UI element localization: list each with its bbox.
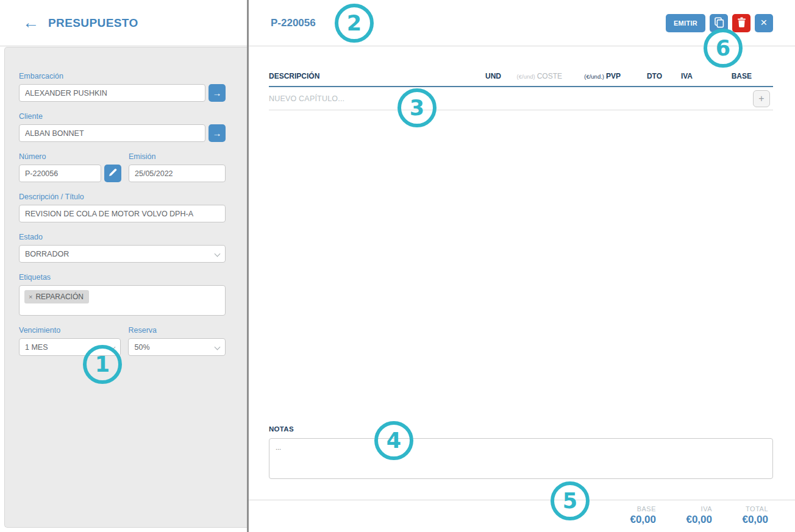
total-total-label: TOTAL — [730, 505, 768, 512]
field-embarcacion: Embarcación → — [19, 72, 226, 102]
presupuesto-editor: ← PRESUPUESTO Embarcación → Cliente → — [0, 0, 795, 532]
close-icon: × — [760, 16, 767, 28]
col-iva: IVA — [662, 72, 693, 80]
copy-icon — [714, 17, 724, 29]
goto-embarcacion-button[interactable]: → — [209, 84, 226, 102]
col-pvp: (€/und.)PVP — [562, 72, 621, 80]
etiquetas-input[interactable]: × REPARACIÓN — [19, 285, 226, 316]
estado-value: BORRADOR — [25, 250, 69, 258]
emitir-button[interactable]: EMITIR — [666, 14, 705, 32]
col-base: BASE — [693, 72, 752, 80]
main-panel: P-220056 EMITIR × — [249, 0, 795, 532]
vencimiento-select[interactable]: 1 MES — [19, 338, 121, 356]
emision-input[interactable] — [129, 165, 226, 182]
sidebar-header: ← PRESUPUESTO — [0, 0, 247, 46]
field-etiquetas: Etiquetas × REPARACIÓN — [19, 273, 226, 316]
pencil-icon — [109, 168, 117, 179]
emision-label: Emisión — [129, 152, 226, 161]
totals-bar: BASE €0,00 IVA €0,00 TOTAL €0,00 — [249, 500, 795, 532]
cliente-input[interactable] — [19, 124, 205, 142]
lines-table-header: DESCRIPCIÓN UND (€/und)COSTE (€/und.)PVP… — [269, 72, 773, 87]
total-base-value: €0,00 — [618, 514, 656, 526]
delete-button[interactable] — [732, 14, 750, 32]
budget-form-panel: Embarcación → Cliente → — [4, 47, 247, 528]
main-header: P-220056 EMITIR × — [249, 0, 795, 46]
descripcion-input[interactable] — [19, 205, 226, 222]
empty-lines-area — [269, 110, 773, 425]
new-chapter-input[interactable]: NUEVO CAPÍTULO... — [269, 94, 344, 103]
arrow-right-icon: → — [213, 128, 222, 138]
numero-label: Número — [19, 152, 121, 161]
total-base-label: BASE — [618, 505, 656, 512]
chevron-down-icon — [215, 344, 221, 350]
vencimiento-label: Vencimiento — [19, 326, 121, 335]
edit-numero-button[interactable] — [104, 165, 121, 182]
total-iva: IVA €0,00 — [674, 505, 712, 526]
embarcacion-label: Embarcación — [19, 72, 226, 80]
field-numero-emision: Número Emisión — [19, 152, 226, 182]
add-chapter-button[interactable]: + — [753, 90, 770, 107]
notas-label: NOTAS — [269, 425, 773, 433]
total-total: TOTAL €0,00 — [730, 505, 768, 526]
total-iva-label: IVA — [674, 505, 712, 512]
descripcion-label: Descripción / Título — [19, 193, 226, 201]
etiquetas-label: Etiquetas — [19, 273, 226, 282]
goto-cliente-button[interactable]: → — [209, 124, 226, 142]
main-body: DESCRIPCIÓN UND (€/und)COSTE (€/und.)PVP… — [249, 46, 795, 500]
tag-label: REPARACIÓN — [35, 293, 83, 301]
chevron-down-icon — [110, 344, 116, 350]
reserva-select[interactable]: 50% — [128, 338, 226, 356]
col-descripcion: DESCRIPCIÓN — [269, 72, 466, 80]
notas-textarea[interactable] — [269, 438, 773, 479]
total-total-value: €0,00 — [730, 514, 768, 526]
sidebar-divider — [247, 0, 249, 532]
numero-input[interactable] — [19, 165, 101, 182]
sidebar: ← PRESUPUESTO Embarcación → Cliente → — [0, 0, 247, 532]
reserva-value: 50% — [134, 343, 149, 352]
field-estado: Estado BORRADOR — [19, 233, 226, 263]
chevron-down-icon — [215, 251, 221, 257]
embarcacion-input[interactable] — [19, 84, 205, 102]
page-title: PRESUPUESTO — [48, 16, 138, 30]
col-coste: (€/und)COSTE — [501, 72, 562, 80]
new-chapter-row: NUEVO CAPÍTULO... + — [269, 87, 773, 110]
field-descripcion: Descripción / Título — [19, 193, 226, 222]
total-iva-value: €0,00 — [674, 514, 712, 526]
estado-select[interactable]: BORRADOR — [19, 245, 226, 263]
back-arrow-icon[interactable]: ← — [23, 15, 39, 31]
toolbar: EMITIR × — [666, 14, 773, 32]
plus-icon: + — [758, 93, 764, 104]
total-base: BASE €0,00 — [618, 505, 656, 526]
field-vencimiento-reserva: Vencimiento 1 MES Reserva 50% — [19, 326, 226, 356]
document-number-title: P-220056 — [271, 17, 316, 29]
col-und: UND — [466, 72, 501, 80]
estado-label: Estado — [19, 233, 226, 241]
trash-icon — [737, 17, 746, 29]
reserva-label: Reserva — [128, 326, 226, 335]
vencimiento-value: 1 MES — [25, 343, 48, 352]
close-button[interactable]: × — [755, 14, 773, 32]
remove-tag-icon[interactable]: × — [29, 294, 32, 300]
tag-reparacion: × REPARACIÓN — [24, 290, 89, 303]
field-cliente: Cliente → — [19, 112, 226, 142]
duplicate-button[interactable] — [710, 14, 728, 32]
cliente-label: Cliente — [19, 112, 226, 121]
arrow-right-icon: → — [213, 88, 222, 98]
col-dto: DTO — [621, 72, 662, 80]
